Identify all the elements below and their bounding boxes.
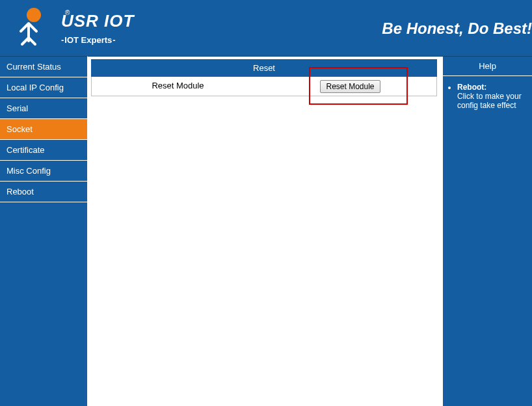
table-header: Reset	[91, 59, 437, 77]
help-panel: Help Reboot: Click to make your config t…	[442, 57, 532, 406]
reset-module-button[interactable]: Reset Module	[320, 80, 380, 93]
help-item: Reboot: Click to make your config take e…	[457, 83, 528, 110]
sidebar-item-current-status[interactable]: Current Status	[0, 57, 87, 77]
help-item-text: Click to make your config take effect	[457, 92, 522, 110]
sidebar-item-socket[interactable]: Socket	[0, 119, 87, 140]
logo-icon: ®	[8, 5, 53, 51]
content-area: Reset Reset Module Reset Module	[88, 57, 442, 406]
sidebar-item-serial[interactable]: Serial	[0, 98, 87, 119]
registered-mark: ®	[65, 9, 70, 16]
brand-block: ® USR IOT IOT Experts	[8, 5, 134, 51]
sidebar-item-reboot[interactable]: Reboot	[0, 182, 87, 202]
help-item-title: Reboot:	[457, 83, 486, 92]
sidebar-item-certificate[interactable]: Certificate	[0, 140, 87, 161]
sidebar-item-misc-config[interactable]: Misc Config	[0, 161, 87, 182]
help-title: Help	[443, 57, 532, 76]
row-label: Reset Module	[92, 77, 264, 96]
svg-point-0	[27, 8, 41, 22]
slogan: Be Honest, Do Best!	[382, 20, 532, 38]
brand-title: USR IOT	[61, 11, 134, 31]
table-row: Reset Module Reset Module	[91, 77, 437, 96]
sidebar-item-local-ip-config[interactable]: Local IP Config	[0, 77, 87, 98]
brand-tagline: IOT Experts	[61, 35, 134, 45]
sidebar: Current Status Local IP Config Serial So…	[0, 56, 88, 406]
header: ® USR IOT IOT Experts Be Honest, Do Best…	[0, 0, 532, 56]
